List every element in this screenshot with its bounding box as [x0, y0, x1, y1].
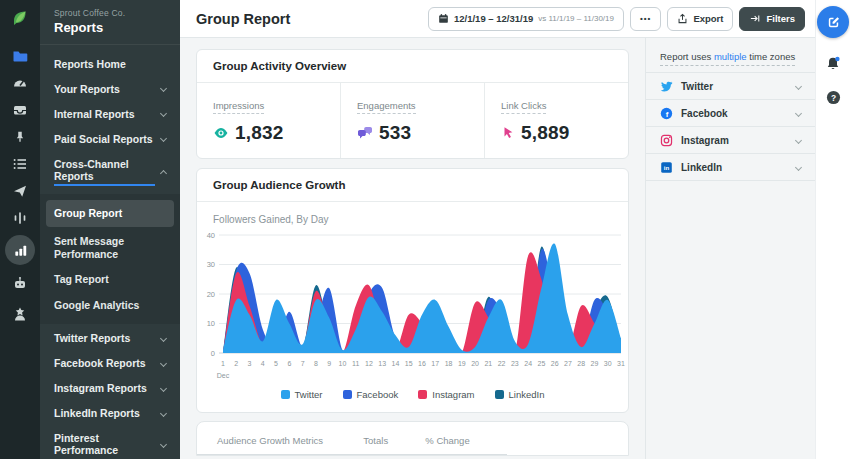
- metric-link-clicks-label: Link Clicks: [501, 100, 546, 114]
- eye-icon: [213, 126, 229, 140]
- legend-label: Facebook: [357, 389, 399, 400]
- network-row-twitter[interactable]: Twitter: [646, 73, 815, 100]
- chevron-down-icon: [160, 360, 167, 367]
- network-row-facebook[interactable]: fFacebook: [646, 100, 815, 127]
- dashboard-gauge-icon[interactable]: [0, 69, 40, 96]
- right-icon-rail: ?: [815, 0, 850, 459]
- sidebar-item-facebook-reports[interactable]: Facebook Reports: [40, 351, 180, 376]
- x-axis-tick-label: 4: [261, 360, 265, 367]
- pin-icon[interactable]: [0, 123, 40, 150]
- x-axis-tick-label: 15: [405, 360, 413, 367]
- x-axis-tick-label: 16: [418, 360, 426, 367]
- reports-nav-icon[interactable]: [5, 235, 35, 265]
- y-axis-tick-label: 30: [207, 260, 215, 269]
- sidebar-item-label: Paid Social Reports: [54, 133, 153, 145]
- chart-subtitle: Followers Gained, By Day: [197, 202, 628, 225]
- page-header: Group Report 12/1/19 – 12/31/19 vs 11/1/…: [180, 0, 815, 38]
- date-compare-label: vs 11/1/19 – 11/30/19: [538, 14, 614, 23]
- sidebar-item-sent-message-performance[interactable]: Sent Message Performance: [40, 229, 180, 267]
- legend-item-facebook[interactable]: Facebook: [343, 389, 399, 400]
- listening-equalizer-icon[interactable]: [0, 204, 40, 231]
- x-axis-tick-label: 20: [471, 360, 479, 367]
- x-axis-tick-label: 18: [445, 360, 453, 367]
- sidebar-item-reports-home[interactable]: Reports Home: [40, 51, 180, 76]
- sidebar-item-label: Tag Report: [54, 273, 109, 285]
- group-audience-growth-card: Group Audience Growth Followers Gained, …: [196, 168, 629, 413]
- x-axis-tick-label: 25: [538, 360, 546, 367]
- sidebar-item-label: Twitter Reports: [54, 332, 130, 344]
- more-options-label: •••: [640, 14, 651, 23]
- sidebar-nav: Reports HomeYour ReportsInternal Reports…: [40, 45, 180, 459]
- area-series-twitter[interactable]: [223, 243, 621, 353]
- chevron-down-icon: [160, 135, 167, 142]
- timezone-note-prefix: Report uses: [660, 51, 714, 62]
- x-axis-tick-label: 3: [248, 360, 252, 367]
- x-axis-tick-label: 14: [392, 360, 400, 367]
- svg-text:f: f: [666, 109, 669, 118]
- chevron-down-icon: [160, 110, 167, 117]
- legend-item-twitter[interactable]: Twitter: [281, 389, 323, 400]
- company-name: Sprout Coffee Co.: [54, 8, 166, 18]
- network-row-instagram[interactable]: Instagram: [646, 127, 815, 154]
- y-axis-tick-label: 20: [207, 290, 215, 299]
- chevron-down-icon: [160, 85, 167, 92]
- compose-button[interactable]: [817, 6, 849, 38]
- x-axis-tick-label: 26: [551, 360, 559, 367]
- x-axis-tick-label: 5: [274, 360, 278, 367]
- x-axis-tick-label: 2: [234, 360, 238, 367]
- instagram-icon: [660, 134, 673, 147]
- chat-icon: [357, 126, 373, 140]
- chevron-down-icon: [160, 410, 167, 417]
- audience-card-title: Group Audience Growth: [197, 169, 628, 202]
- x-axis-tick-label: 9: [327, 360, 331, 367]
- notifications-bell-icon[interactable]: [825, 56, 841, 72]
- sidebar-item-tag-report[interactable]: Tag Report: [40, 267, 180, 292]
- list-icon[interactable]: [0, 150, 40, 177]
- plans-folder-icon[interactable]: [0, 42, 40, 69]
- network-name: Twitter: [681, 81, 782, 92]
- x-axis-tick-label: 28: [577, 360, 585, 367]
- legend-swatch: [495, 390, 504, 399]
- sidebar-item-label: Facebook Reports: [54, 357, 146, 369]
- automation-bot-icon[interactable]: [0, 269, 40, 296]
- y-axis-tick-label: 10: [207, 319, 215, 328]
- export-label: Export: [693, 13, 723, 24]
- legend-item-instagram[interactable]: Instagram: [418, 389, 474, 400]
- sidebar-item-paid-social-reports[interactable]: Paid Social Reports: [40, 126, 180, 151]
- metric-impressions[interactable]: Impressions 1,832: [197, 83, 341, 158]
- network-name: Instagram: [681, 135, 782, 146]
- sidebar-item-cross-channel-reports[interactable]: Cross-Channel Reports: [40, 151, 180, 192]
- sidebar-item-twitter-reports[interactable]: Twitter Reports: [40, 326, 180, 351]
- sidebar-item-your-reports[interactable]: Your Reports: [40, 76, 180, 101]
- sidebar-item-group-report[interactable]: Group Report: [46, 200, 174, 227]
- metric-link-clicks[interactable]: Link Clicks 5,889: [485, 83, 628, 158]
- calendar-icon: [438, 13, 449, 24]
- page-title: Group Report: [196, 11, 422, 27]
- legend-label: Instagram: [432, 389, 474, 400]
- chart-legend: TwitterFacebookInstagramLinkedIn: [197, 387, 628, 412]
- sidebar-item-linkedin-reports[interactable]: LinkedIn Reports: [40, 401, 180, 426]
- export-button[interactable]: Export: [667, 7, 733, 31]
- sprout-logo-icon[interactable]: [10, 8, 30, 28]
- inbox-icon[interactable]: [0, 96, 40, 123]
- sidebar-item-google-analytics[interactable]: Google Analytics: [40, 293, 180, 318]
- network-row-linkedin[interactable]: inLinkedIn: [646, 154, 815, 181]
- advocacy-star-icon[interactable]: [0, 300, 40, 327]
- timezone-multiple-link[interactable]: multiple: [714, 51, 747, 62]
- x-axis-tick-label: 17: [431, 360, 439, 367]
- legend-item-linkedin[interactable]: LinkedIn: [495, 389, 545, 400]
- sidebar-item-instagram-reports[interactable]: Instagram Reports: [40, 376, 180, 401]
- sidebar-item-pinterest-performance[interactable]: Pinterest Performance: [40, 426, 180, 459]
- publish-send-icon[interactable]: [0, 177, 40, 204]
- help-icon[interactable]: ?: [826, 90, 841, 105]
- filters-button[interactable]: Filters: [739, 7, 805, 31]
- date-range-button[interactable]: 12/1/19 – 12/31/19 vs 11/1/19 – 11/30/19: [428, 7, 624, 31]
- reports-sidebar: Sprout Coffee Co. Reports Reports HomeYo…: [40, 0, 180, 459]
- more-options-button[interactable]: •••: [630, 7, 661, 31]
- sidebar-item-internal-reports[interactable]: Internal Reports: [40, 101, 180, 126]
- audience-growth-chart[interactable]: 0102030401234567891011121314151617181920…: [197, 225, 628, 387]
- x-axis-tick-label: 13: [378, 360, 386, 367]
- metric-engagements[interactable]: Engagements 533: [341, 83, 485, 158]
- metric-engagements-label: Engagements: [357, 100, 416, 114]
- metric-link-clicks-value: 5,889: [521, 122, 570, 144]
